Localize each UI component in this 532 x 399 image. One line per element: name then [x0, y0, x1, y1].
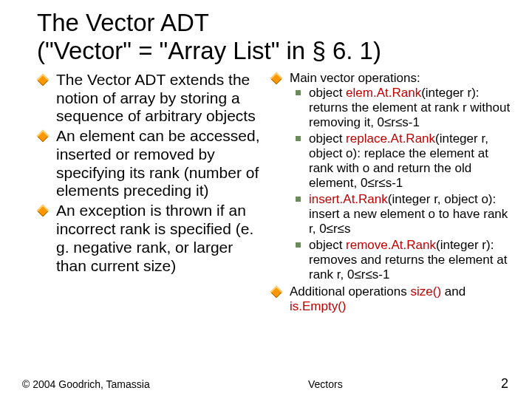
op-name: insert.At.Rank [309, 192, 388, 206]
bullet-text: The Vector ADT extends the notion of arr… [56, 71, 256, 125]
sub-bullet-list: object elem.At.Rank(integer r): returns … [293, 86, 511, 283]
bullet-text: Main vector operations: [290, 71, 420, 85]
footer: © 2004 Goodrich, Tamassia Vectors 2 [22, 376, 508, 392]
footer-center: Vectors [150, 378, 501, 390]
left-bullet-3: An exception is thrown if an incorrect r… [37, 202, 266, 275]
sub-text: insert.At.Rank(integer r, object o): ins… [309, 192, 508, 236]
op-name: replace.At.Rank [346, 132, 435, 146]
right-bullet-list: Main vector operations: object elem.At.R… [270, 71, 511, 314]
bullet-text: An element can be accessed, inserted or … [56, 127, 260, 199]
bullet-text: Additional operations size() and is.Empt… [290, 284, 466, 313]
left-column: The Vector ADT extends the notion of arr… [37, 71, 266, 316]
copyright-text: © 2004 Goodrich, Tamassia [22, 378, 150, 390]
text-frag: object [309, 238, 346, 252]
title-line-1: The Vector ADT [37, 9, 209, 36]
left-bullet-1: The Vector ADT extends the notion of arr… [37, 71, 266, 126]
right-bullet-1: Main vector operations: object elem.At.R… [270, 71, 511, 283]
text-frag: and [441, 284, 466, 299]
content-columns: The Vector ADT extends the notion of arr… [37, 71, 511, 316]
title-line-2: ("Vector" = "Array List" in § 6. 1) [37, 37, 381, 64]
op-name: size() [411, 284, 442, 299]
text-frag: Additional operations [290, 284, 411, 299]
op-name: remove.At.Rank [346, 238, 436, 252]
slide-title: The Vector ADT ("Vector" = "Array List" … [37, 9, 511, 65]
sub-bullet-3: insert.At.Rank(integer r, object o): ins… [293, 192, 511, 236]
text-frag: object [309, 132, 346, 146]
left-bullet-2: An element can be accessed, inserted or … [37, 127, 266, 200]
sub-text: object replace.At.Rank(integer r, object… [309, 132, 488, 190]
op-name: is.Empty() [290, 299, 347, 313]
slide: The Vector ADT ("Vector" = "Array List" … [0, 0, 532, 399]
sub-bullet-2: object replace.At.Rank(integer r, object… [293, 132, 511, 191]
text-frag: object [309, 86, 346, 100]
sub-text: object remove.At.Rank(integer r): remove… [309, 238, 507, 282]
op-name: elem.At.Rank [346, 86, 421, 100]
left-bullet-list: The Vector ADT extends the notion of arr… [37, 71, 266, 275]
right-bullet-2: Additional operations size() and is.Empt… [270, 284, 511, 314]
page-number: 2 [501, 376, 508, 392]
sub-bullet-1: object elem.At.Rank(integer r): returns … [293, 86, 511, 130]
bullet-text: An exception is thrown if an incorrect r… [56, 202, 253, 273]
right-column: Main vector operations: object elem.At.R… [270, 71, 511, 316]
sub-bullet-4: object remove.At.Rank(integer r): remove… [293, 238, 511, 282]
sub-text: object elem.At.Rank(integer r): returns … [309, 86, 510, 129]
